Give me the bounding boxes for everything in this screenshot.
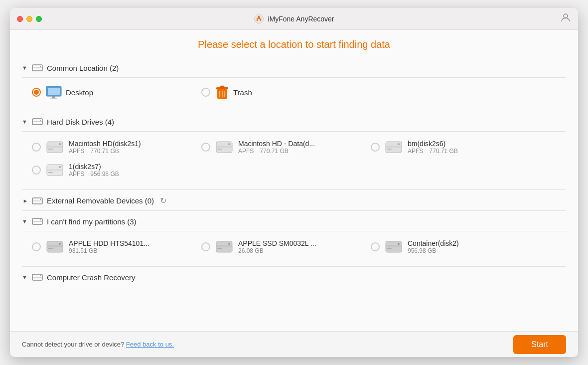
desktop-label: Desktop [46,86,93,99]
svg-point-40 [40,219,41,220]
svg-point-43 [59,243,61,245]
desktop-icon [46,86,62,99]
svg-rect-46 [216,245,232,247]
svg-rect-30 [387,149,392,150]
radio-inner [34,90,39,95]
radio-disk4[interactable] [32,166,41,175]
svg-rect-11 [216,87,228,89]
svg-rect-42 [47,245,63,247]
svg-rect-36 [32,200,42,201]
hdd-section-icon [32,63,43,72]
svg-rect-22 [48,149,53,150]
section-header-crash[interactable]: ▼ Computer Crash Recovery [22,267,566,287]
radio-disk3[interactable] [371,143,380,152]
disk-info-2: Macintosh HD - Data(d... APFS 770.71 GB [238,140,315,155]
disk-size-4: 956.98 GB [90,171,119,178]
section-header-partitions[interactable]: ▼ I can't find my partitions (3) [22,211,566,231]
radio-trash[interactable] [201,88,210,97]
content-area[interactable]: ▼ Common Location (2) [10,57,578,331]
list-item[interactable]: APPLE SSD SM0032L ... 26.08 GB [201,235,371,258]
footer-text: Cannot detect your drive or device? Feed… [22,341,174,348]
list-item[interactable]: bm(disk2s6) APFS 770.71 GB [371,136,540,159]
app-icon [254,14,264,24]
hdd-icon [32,117,43,126]
svg-point-21 [59,143,61,145]
section-header-external[interactable]: ▼ External Removable Devices (0) ↻ [22,190,566,210]
svg-rect-52 [387,248,392,249]
radio-part1[interactable] [32,242,41,251]
svg-rect-17 [32,121,42,122]
disk-icon [385,239,403,254]
start-button[interactable]: Start [513,335,566,354]
list-item[interactable]: Trash [201,82,371,103]
list-item[interactable]: 1(disk2s7) APFS 956.98 GB [32,159,201,182]
disk-info-1: Macintosh HD(disk2s1) APFS 770.71 GB [69,140,141,155]
svg-rect-50 [386,245,402,247]
disk-meta-4: APFS 956.98 GB [69,171,119,178]
section-header-hdd[interactable]: ▼ Hard Disk Drives (4) [22,111,566,131]
part-name-2: APPLE SSD SM0032L ... [238,239,316,247]
section-content-partitions: APPLE HDD HTS54101... 931.51 GB [22,231,566,266]
trash-icon [215,85,229,100]
radio-desktop[interactable] [32,88,41,97]
disk-meta-3: APFS 770.71 GB [408,148,458,155]
list-item[interactable]: Container(disk2) 956.98 GB [371,235,540,258]
user-icon[interactable] [560,12,571,25]
part-meta-3: 956.98 GB [408,247,459,254]
part-info-2: APPLE SSD SM0032L ... 26.08 GB [238,239,316,254]
disk-icon [385,140,403,155]
maximize-button[interactable] [36,16,42,22]
chevron-icon-external: ▼ [22,198,28,204]
svg-point-55 [40,275,41,276]
svg-rect-39 [32,221,42,222]
chevron-icon-crash: ▼ [22,274,28,280]
radio-part3[interactable] [371,242,380,251]
svg-rect-34 [48,172,53,173]
svg-rect-4 [32,67,42,68]
list-item[interactable]: Desktop [32,82,201,103]
section-external: ▼ External Removable Devices (0) ↻ [22,190,566,210]
section-label-external: External Removable Devices (0) [47,196,154,205]
svg-rect-54 [32,277,42,278]
disk-name-4: 1(disk2s7) [69,163,119,171]
section-content-common: Desktop [22,78,566,111]
trash-label: Trash [215,85,252,100]
chevron-icon-common: ▼ [22,65,28,71]
disk-info-3: bm(disk2s6) APFS 770.71 GB [408,140,458,155]
disk-icon [215,239,233,254]
svg-point-25 [228,143,230,145]
traffic-lights [17,16,42,22]
radio-disk1[interactable] [32,143,41,152]
radio-disk2[interactable] [201,143,210,152]
radio-part2[interactable] [201,242,210,251]
section-crash-recovery: ▼ Computer Crash Recovery [22,267,566,287]
list-item[interactable]: APPLE HDD HTS54101... 931.51 GB [32,235,201,258]
list-item[interactable]: Macintosh HD - Data(d... APFS 770.71 GB [201,136,371,159]
feedback-link[interactable]: Feed back to us. [126,341,174,348]
section-content-hdd: Macintosh HD(disk2s1) APFS 770.71 GB [22,132,566,189]
disk-grid-hdd: Macintosh HD(disk2s1) APFS 770.71 GB [32,136,566,182]
svg-rect-48 [217,248,222,249]
svg-rect-7 [48,88,60,95]
refresh-icon[interactable]: ↻ [160,196,166,205]
removable-icon [32,196,43,205]
app-title: iMyFone AnyRecover [268,15,334,23]
section-common-location: ▼ Common Location (2) [22,57,566,111]
section-header-common-location[interactable]: ▼ Common Location (2) [22,57,566,77]
svg-point-18 [40,120,41,121]
minimize-button[interactable] [26,16,32,22]
chevron-icon-partitions: ▼ [22,218,28,224]
disk-meta-2: APFS 770.71 GB [238,148,315,155]
disk-icon [46,163,64,178]
close-button[interactable] [17,16,23,22]
chevron-icon-hdd: ▼ [22,119,28,125]
part-meta-2: 26.08 GB [238,247,316,254]
svg-point-37 [40,199,41,200]
svg-rect-28 [386,146,402,148]
svg-rect-20 [47,146,63,148]
list-item[interactable]: Macintosh HD(disk2s1) APFS 770.71 GB [32,136,201,159]
svg-point-29 [398,143,400,145]
main-heading: Please select a location to start findin… [10,30,578,57]
part-info-1: APPLE HDD HTS54101... 931.51 GB [69,239,149,254]
location-grid: Desktop [32,82,566,103]
